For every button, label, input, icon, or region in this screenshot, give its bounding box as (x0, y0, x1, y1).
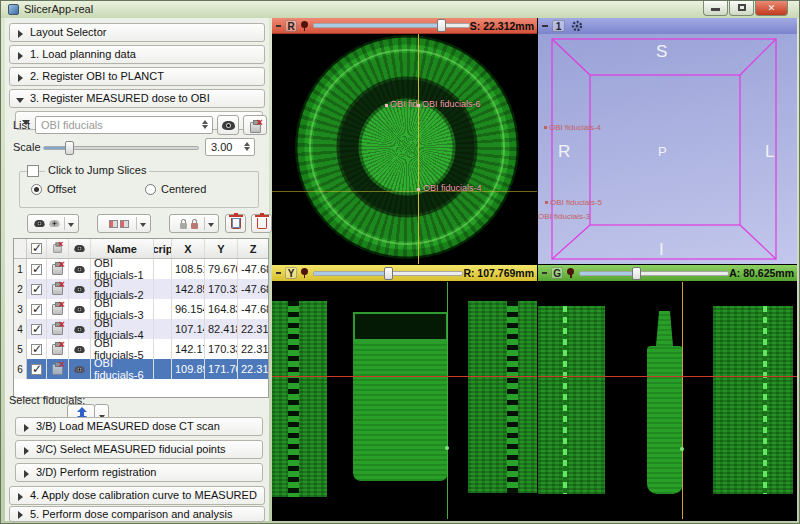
delete-selected-button[interactable] (225, 214, 246, 233)
gear-icon[interactable] (571, 20, 583, 32)
offset-radio[interactable] (31, 184, 42, 195)
table-row[interactable]: 4 OBI fiducials-4 107.143 82.418 22.312 (14, 319, 268, 339)
header-x[interactable]: X (172, 239, 205, 258)
delete-all-button[interactable] (251, 214, 272, 233)
table-header-row[interactable]: Name crip X Y Z (14, 239, 268, 259)
fiducial-dot[interactable] (385, 104, 388, 107)
collapsed-arrow-icon (24, 424, 29, 432)
maximize-button[interactable] (729, 1, 754, 16)
lock-fiducials-button[interactable] (169, 214, 219, 233)
ct-band (538, 306, 605, 494)
header-y[interactable]: Y (205, 239, 238, 258)
collapse-dash-icon[interactable] (542, 272, 547, 274)
row-visibility[interactable] (69, 339, 91, 359)
row-checkbox[interactable] (27, 299, 47, 319)
fiducial-dot[interactable] (417, 188, 420, 191)
table-row[interactable]: 5 OBI fiducials-5 142.170 170.330 22.312 (14, 339, 268, 359)
collapse-dash-icon[interactable] (276, 25, 281, 27)
fiducial-lists-button[interactable] (97, 214, 151, 233)
section-3d-perform-registration[interactable]: 3/D) Perform registration (15, 463, 263, 482)
row-checkbox[interactable] (27, 339, 47, 359)
axis-superior: S (656, 42, 667, 62)
green-slice-slider[interactable] (579, 271, 729, 276)
slider-handle[interactable] (384, 267, 393, 280)
row-select-toggle[interactable] (47, 319, 69, 339)
fiducial-label: OBI fiducials-3 (538, 212, 590, 221)
row-visibility[interactable] (69, 279, 91, 299)
table-row[interactable]: 1 OBI fiducials-1 108.516 79.670 -47.688 (14, 259, 268, 279)
fiducial-dot[interactable] (545, 201, 548, 204)
section-register-obi[interactable]: 2. Register OBI to PLANCT (9, 67, 265, 86)
yellow-slice-bar[interactable]: Y R: 107.769mm (272, 265, 537, 281)
red-slice-viewport[interactable]: OBI fid OBI fiducials-6 OBI fiducials-4 (272, 34, 537, 264)
header-locked[interactable] (47, 239, 69, 258)
row-select-toggle[interactable] (47, 299, 69, 319)
green-slice-bar[interactable]: G A: 80.625mm (538, 265, 797, 281)
scale-spinbox[interactable]: 3.00 (205, 138, 255, 156)
pushpin-icon[interactable] (301, 21, 307, 31)
collapsed-arrow-icon (18, 511, 23, 519)
row-select-toggle[interactable] (47, 359, 69, 379)
collapse-dash-icon[interactable] (276, 272, 281, 274)
slider-handle[interactable] (632, 267, 641, 280)
row-select-toggle[interactable] (47, 259, 69, 279)
table-row-selected[interactable]: 6 OBI fiducials-6 109.890 171.703 22.312 (14, 359, 268, 379)
fiducial-name: OBI fiducials-4 (91, 319, 154, 339)
row-checkbox[interactable] (27, 319, 47, 339)
section-label: 3/D) Perform registration (36, 466, 156, 478)
section-3b-load-measured[interactable]: 3/B) Load MEASURED dose CT scan (15, 417, 263, 436)
fiducial-dot[interactable] (680, 447, 684, 451)
slider-handle[interactable] (437, 19, 446, 32)
yellow-slice-viewport[interactable] (272, 282, 537, 519)
row-visibility[interactable] (69, 299, 91, 319)
row-select-toggle[interactable] (47, 279, 69, 299)
row-checkbox[interactable] (27, 359, 47, 379)
fiducial-dot[interactable] (417, 104, 420, 107)
red-slice-slider[interactable] (313, 23, 469, 28)
fiducial-dot[interactable] (544, 126, 547, 129)
pushpin-icon[interactable] (567, 268, 573, 278)
minimize-button[interactable] (703, 1, 728, 16)
section-3c-select-measured[interactable]: 3/C) Select MEASURED fiducial points (15, 440, 263, 459)
toggle-visibility-button[interactable] (27, 214, 79, 233)
collapse-dash-icon[interactable] (542, 25, 548, 27)
section-load-planning-data[interactable]: 1. Load planning data (9, 45, 265, 64)
row-checkbox[interactable] (27, 279, 47, 299)
section-layout-selector[interactable]: Layout Selector (9, 23, 265, 42)
header-description[interactable]: crip (154, 239, 172, 258)
row-visibility[interactable] (69, 259, 91, 279)
jump-slices-checkbox[interactable] (27, 165, 39, 177)
table-row[interactable]: 2 OBI fiducials-2 142.857 170.330 -47.68… (14, 279, 268, 299)
green-slice-viewport[interactable] (538, 282, 797, 519)
section-register-measured[interactable]: 3. Register MEASURED dose to OBI (9, 89, 265, 108)
list-delete-button[interactable] (243, 115, 267, 135)
fiducial-y: 171.703 (205, 359, 238, 379)
row-select-toggle[interactable] (47, 339, 69, 359)
row-checkbox[interactable] (27, 259, 47, 279)
yellow-slice-slider[interactable] (313, 271, 463, 276)
combobox-spinner[interactable] (199, 119, 210, 132)
header-z[interactable]: Z (238, 239, 268, 258)
table-row[interactable]: 3 OBI fiducials-3 96.154 164.835 -47.688 (14, 299, 268, 319)
threed-viewport[interactable]: S R P L I OBI fiducials-4 OBI fiducials-… (538, 34, 797, 264)
scale-slider-handle[interactable] (65, 141, 74, 155)
row-visibility[interactable] (69, 359, 91, 379)
header-visibility[interactable] (69, 239, 91, 258)
section-apply-calibration[interactable]: 4. Apply dose calibration curve to MEASU… (9, 486, 265, 505)
lock-red-icon (191, 223, 198, 229)
header-name[interactable]: Name (91, 239, 154, 258)
header-selected[interactable] (27, 239, 47, 258)
ct-band (713, 306, 793, 494)
list-visibility-button[interactable] (217, 115, 239, 135)
close-button[interactable]: ✕ (755, 1, 788, 16)
fiducial-dot[interactable] (445, 446, 449, 450)
threed-view-bar[interactable]: 1 (538, 18, 797, 34)
row-visibility[interactable] (69, 319, 91, 339)
title-bar[interactable]: SlicerApp-real ✕ (1, 1, 799, 18)
centered-radio[interactable] (145, 184, 156, 195)
scale-spinner[interactable] (241, 141, 252, 154)
section-dose-comparison[interactable]: 5. Perform dose comparison and analysis (9, 506, 265, 522)
red-slice-bar[interactable]: R S: 22.312mm (272, 18, 537, 34)
fiducial-list-combobox[interactable]: OBI fiducials (35, 116, 213, 134)
pushpin-icon[interactable] (301, 268, 307, 278)
